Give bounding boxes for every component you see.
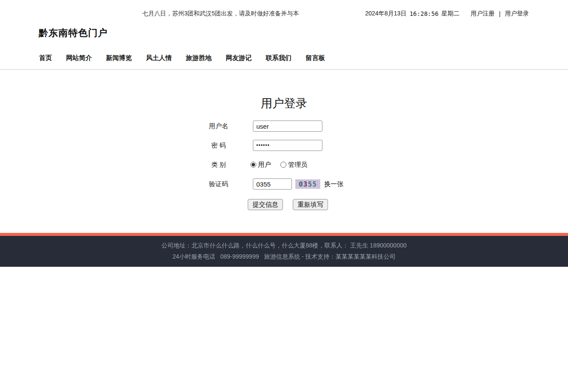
- announcement-text: 七月八日，苏州3团和武汉5团出发，请及时做好准备并与本: [142, 10, 299, 18]
- reset-button[interactable]: 重新填写: [293, 199, 328, 210]
- header-divider: [0, 69, 568, 70]
- radio-option-admin[interactable]: 管理员: [280, 161, 307, 169]
- nav-item-home[interactable]: 首页: [39, 54, 52, 62]
- captcha-label: 验证码: [197, 180, 240, 188]
- captcha-refresh-link[interactable]: 换一张: [324, 180, 343, 188]
- login-form: 用户名 密 码 类 别 用户 管理员: [197, 121, 386, 210]
- nav-item-message-board[interactable]: 留言板: [306, 54, 325, 62]
- page: 七月八日，苏州3团和武汉5团出发，请及时做好准备并与本 2024年8月13日 1…: [0, 0, 568, 392]
- nav-item-contact[interactable]: 联系我们: [266, 54, 292, 62]
- date-text: 2024年8月13日: [365, 10, 407, 18]
- nav-item-about[interactable]: 网站简介: [66, 54, 92, 62]
- form-buttons: 提交信息 重新填写: [248, 199, 386, 210]
- category-label: 类 别: [197, 161, 240, 169]
- login-link[interactable]: 用户登录: [505, 10, 529, 18]
- captcha-char-1: 0: [299, 180, 304, 188]
- register-link[interactable]: 用户注册: [471, 10, 495, 18]
- radio-option-user[interactable]: 用户: [250, 161, 271, 169]
- captcha-input[interactable]: [253, 178, 292, 190]
- radio-user-label: 用户: [258, 161, 271, 169]
- auth-links: 用户注册 | 用户登录: [471, 10, 529, 18]
- radio-admin-label: 管理员: [288, 161, 307, 169]
- nav-item-travel-notes[interactable]: 网友游记: [226, 54, 252, 62]
- category-row: 类 别 用户 管理员: [197, 159, 386, 170]
- username-input[interactable]: [253, 121, 322, 132]
- time-text: 16:28:56: [410, 10, 438, 17]
- captcha-image: 0355: [295, 179, 320, 189]
- radio-admin-icon[interactable]: [280, 162, 286, 168]
- submit-button[interactable]: 提交信息: [248, 199, 283, 210]
- password-label: 密 码: [197, 142, 240, 150]
- category-radio-group: 用户 管理员: [250, 161, 307, 169]
- username-row: 用户名: [197, 121, 386, 132]
- nav-item-scenic-spots[interactable]: 旅游胜地: [186, 54, 212, 62]
- nav-menu: 首页 网站简介 新闻博览 风土人情 旅游胜地 网友游记 联系我们 留言板: [39, 54, 325, 62]
- login-title: 用户登录: [0, 96, 568, 111]
- nav-item-customs[interactable]: 风土人情: [146, 54, 172, 62]
- footer-accent-stripe: [0, 233, 568, 236]
- captcha-char-2: 3: [303, 180, 308, 188]
- footer-address-line: 公司地址：北京市什么什么路，什么什么号，什么大厦88楼，联系人： 王先生 189…: [161, 242, 407, 250]
- nav-item-news[interactable]: 新闻博览: [106, 54, 132, 62]
- datetime-text: 2024年8月13日 16:28:56 星期二: [365, 10, 459, 18]
- footer-service-line: 24小时服务电话 089-99999999 旅游信息系统 - 技术支持：某某某某…: [173, 253, 396, 261]
- captcha-row: 验证码 0355 换一张: [197, 178, 386, 190]
- captcha-char-4: 5: [313, 180, 317, 188]
- topbar: 七月八日，苏州3团和武汉5团出发，请及时做好准备并与本 2024年8月13日 1…: [0, 0, 568, 21]
- password-input[interactable]: [253, 140, 322, 151]
- captcha-char-3: 5: [308, 180, 313, 188]
- password-row: 密 码: [197, 140, 386, 151]
- site-title: 黔东南特色门户: [39, 27, 108, 39]
- username-label: 用户名: [197, 122, 240, 130]
- footer: 公司地址：北京市什么什么路，什么什么号，什么大厦88楼，联系人： 王先生 189…: [0, 236, 568, 267]
- radio-user-icon[interactable]: [250, 162, 256, 168]
- topbar-right: 2024年8月13日 16:28:56 星期二 用户注册 | 用户登录: [365, 10, 529, 18]
- auth-links-separator: |: [499, 10, 501, 17]
- weekday-text: 星期二: [441, 10, 459, 18]
